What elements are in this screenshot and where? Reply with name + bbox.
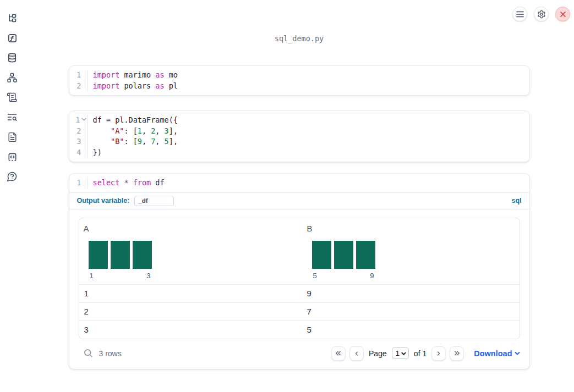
settings-gear-icon [537, 10, 546, 19]
line-number: 3 [69, 136, 87, 147]
line-number: 4 [69, 147, 87, 158]
notebook-main: sql_demo.py 12import marimo as moimport … [24, 34, 574, 369]
output-variable-input[interactable]: _df [134, 196, 174, 206]
code-line[interactable]: import marimo as mo [93, 70, 178, 81]
sidebar-panel [0, 0, 24, 392]
line-number: 2 [69, 126, 87, 137]
page-label: Page [369, 349, 387, 358]
datasources-database-icon [7, 52, 18, 63]
output-variable-label: Output variable: [77, 197, 130, 205]
sidebar-item-datasources[interactable] [6, 52, 18, 63]
cell-output-area: A13B59 192735 3 rows [69, 209, 529, 369]
table-cell: 1 [79, 289, 303, 298]
last-page-button[interactable] [450, 346, 464, 361]
scratchpad-scroll-icon [7, 92, 18, 103]
table-row[interactable]: 35 [79, 321, 520, 339]
sidebar-item-scratchpad[interactable] [6, 92, 18, 103]
sql-dialect-badge[interactable]: sql [511, 197, 521, 205]
sidebar-item-dependency-graph[interactable] [6, 72, 18, 83]
code-area[interactable]: df = pl.DataFrame({ "A": [1, 2, 3], "B":… [88, 115, 178, 158]
chevron-right-icon [435, 350, 442, 357]
line-number: 2 [69, 81, 87, 92]
table-row[interactable]: 27 [79, 302, 520, 321]
histogram-bar [89, 241, 108, 269]
variables-function-icon [7, 33, 18, 43]
shutdown-close-icon [560, 11, 566, 18]
line-number: 1 [69, 178, 87, 189]
line-number: 1 [69, 115, 87, 126]
shutdown-button[interactable] [555, 7, 570, 21]
table-cell: 5 [303, 325, 520, 334]
table-cell: 7 [303, 307, 520, 316]
row-count-label: 3 rows [99, 349, 122, 358]
chevrons-left-icon [335, 350, 342, 357]
sql-cell: 1select * from df Output variable: _df s… [69, 173, 530, 369]
menu-icon [516, 11, 524, 18]
line-number-gutter: 1234 [69, 115, 88, 158]
code-line[interactable]: import polars as pl [93, 81, 178, 92]
code-line[interactable]: }) [93, 147, 178, 158]
page-total-label: of 1 [414, 349, 427, 358]
first-page-button[interactable] [331, 346, 346, 361]
dataframe-table: A13B59 192735 [79, 218, 520, 339]
code-line[interactable]: df = pl.DataFrame({ [93, 115, 178, 126]
documentation-file-icon [7, 132, 18, 142]
code-line[interactable]: select * from df [93, 178, 165, 189]
sidebar-item-files[interactable] [6, 13, 18, 24]
code-line[interactable]: "A": [1, 2, 3], [93, 126, 178, 137]
histogram-bars [89, 241, 152, 269]
column-name: B [307, 224, 515, 233]
download-label: Download [474, 349, 512, 358]
fold-chevron-icon[interactable] [81, 118, 86, 121]
dependency-graph-icon [7, 72, 18, 83]
chevron-down-icon [401, 351, 406, 356]
histogram-bar [312, 241, 331, 269]
column-histogram: 59 [312, 241, 375, 280]
column-header-b[interactable]: B59 [303, 218, 520, 284]
table-cell: 9 [303, 289, 520, 298]
table-row[interactable]: 19 [79, 284, 520, 302]
chevron-left-icon [353, 350, 360, 357]
table-header-row: A13B59 [79, 218, 520, 284]
page-number-select[interactable]: 1 [392, 347, 409, 359]
logs-search-icon [7, 112, 18, 123]
code-cell-dataframe: 1234df = pl.DataFrame({ "A": [1, 2, 3], … [69, 111, 530, 162]
sidebar-item-snippets[interactable] [6, 151, 18, 162]
line-number: 1 [69, 70, 87, 81]
sql-editor[interactable]: 1select * from df [69, 174, 529, 192]
file-explorer-tree-icon [7, 13, 18, 24]
sidebar-item-logs[interactable] [6, 112, 18, 123]
sidebar-item-help[interactable] [6, 171, 18, 182]
column-histogram: 13 [89, 241, 152, 280]
code-line[interactable]: "B": [9, 7, 5], [93, 136, 178, 147]
sidebar-item-documentation[interactable] [6, 131, 18, 142]
table-footer: 3 rows Page 1 of [79, 344, 520, 363]
page-select-value: 1 [396, 349, 400, 357]
code-area[interactable]: select * from df [88, 178, 165, 189]
topbar-controls [512, 7, 570, 21]
table-cell: 2 [79, 307, 303, 316]
snippets-code-icon [7, 152, 18, 162]
histogram-axis-labels: 59 [312, 272, 375, 280]
line-number-gutter: 12 [69, 70, 88, 91]
code-editor[interactable]: 12import marimo as moimport polars as pl [69, 66, 529, 95]
next-page-button[interactable] [431, 346, 446, 361]
notebook-filename[interactable]: sql_demo.py [69, 34, 530, 43]
code-editor[interactable]: 1234df = pl.DataFrame({ "A": [1, 2, 3], … [69, 111, 529, 162]
line-number-gutter: 1 [69, 178, 88, 189]
column-header-a[interactable]: A13 [79, 218, 303, 284]
pagination-controls: Page 1 of 1 Download [331, 346, 520, 361]
histogram-bar [356, 241, 375, 269]
chevrons-right-icon [453, 350, 461, 357]
notebook-menu-button[interactable] [512, 7, 527, 21]
search-icon[interactable] [84, 349, 93, 358]
sidebar-item-variables[interactable] [6, 32, 18, 43]
code-area[interactable]: import marimo as moimport polars as pl [88, 70, 178, 91]
previous-page-button[interactable] [349, 346, 364, 361]
histogram-bar [111, 241, 130, 269]
help-question-bubble-icon [7, 171, 18, 182]
histogram-bar [334, 241, 353, 269]
download-button[interactable]: Download [474, 349, 520, 358]
column-name: A [84, 224, 298, 233]
settings-button[interactable] [534, 7, 549, 21]
